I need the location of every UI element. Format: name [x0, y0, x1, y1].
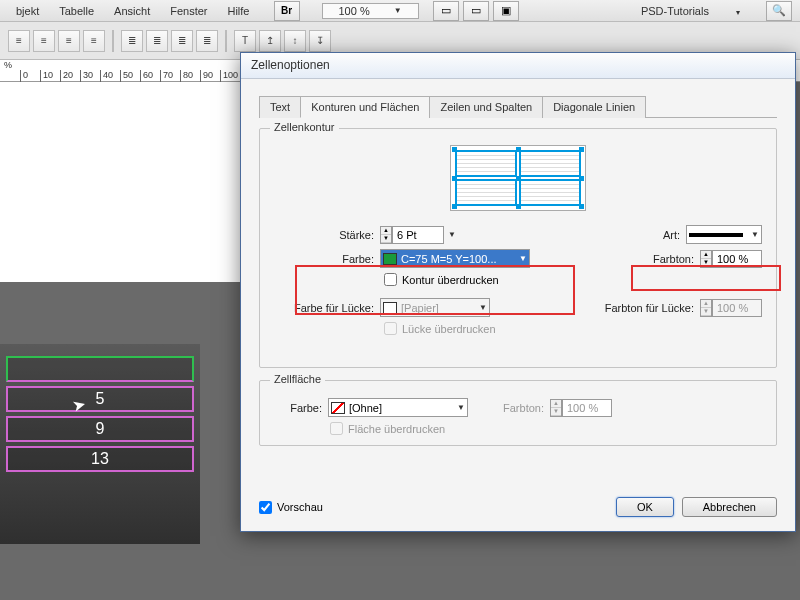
view-mode-2-icon[interactable]: ▭ [463, 1, 489, 21]
flaeche-ueberdrucken-label: Fläche überdrucken [348, 423, 445, 435]
ruler-unit: % [4, 60, 12, 70]
align-left-icon[interactable]: ≡ [8, 30, 30, 52]
cell-options-dialog: Zellenoptionen Text Konturen und Flächen… [240, 52, 796, 532]
luecke-ueberdrucken-label: Lücke überdrucken [402, 323, 496, 335]
stroke-preview[interactable] [450, 145, 586, 211]
tab-diagonale[interactable]: Diagonale Linien [542, 96, 646, 118]
workspace-label[interactable]: PSD-Tutorials ▾ [625, 5, 756, 17]
align-right-icon[interactable]: ≡ [58, 30, 80, 52]
farbe-dropdown[interactable]: C=75 M=5 Y=100... ▼ [380, 249, 530, 268]
cancel-button[interactable]: Abbrechen [682, 497, 777, 517]
menu-ansicht[interactable]: Ansicht [104, 5, 160, 17]
luecke-farbton-field: 100 % [712, 299, 762, 317]
stroke-style-icon [689, 233, 743, 237]
farbe-value: C=75 M=5 Y=100... [401, 253, 497, 265]
tab-konturen[interactable]: Konturen und Flächen [300, 96, 430, 118]
table-row[interactable]: 13 [6, 446, 194, 472]
ok-button[interactable]: OK [616, 497, 674, 517]
justify-right-icon[interactable]: ≣ [171, 30, 193, 52]
table-preview-block: 5 9 13 ➤ [0, 344, 200, 544]
luecke-farbe-value: [Papier] [401, 302, 439, 314]
tab-zeilen[interactable]: Zeilen und Spalten [429, 96, 543, 118]
table-row[interactable]: 9 [6, 416, 194, 442]
vorschau-checkbox[interactable] [259, 501, 272, 514]
flaeche-farbe-dropdown[interactable]: [Ohne] ▼ [328, 398, 468, 417]
text-rotate-icon[interactable]: T [234, 30, 256, 52]
align-center-icon[interactable]: ≡ [33, 30, 55, 52]
farbton-field[interactable]: 100 % [712, 250, 762, 268]
flaeche-farbe-value: [Ohne] [349, 402, 382, 414]
table-row[interactable]: 5 [6, 386, 194, 412]
bridge-icon[interactable]: Br [274, 1, 300, 21]
chevron-down-icon[interactable]: ▼ [448, 230, 456, 239]
color-swatch-icon [383, 253, 397, 265]
search-icon[interactable]: 🔍 [766, 1, 792, 21]
vorschau-label: Vorschau [277, 501, 323, 513]
chevron-down-icon: ▼ [384, 6, 412, 15]
dialog-tabs: Text Konturen und Flächen Zeilen und Spa… [259, 95, 777, 118]
view-mode-1-icon[interactable]: ▭ [433, 1, 459, 21]
flaeche-farbe-label: Farbe: [274, 402, 322, 414]
chevron-down-icon: ▼ [751, 230, 759, 239]
art-label: Art: [640, 229, 680, 241]
kontur-ueberdrucken-checkbox[interactable] [384, 273, 397, 286]
flaeche-farbton-spinner: ▲▼ [550, 399, 562, 417]
staerke-label: Stärke: [274, 229, 374, 241]
luecke-farbe-label: Farbe für Lücke: [274, 302, 374, 314]
vert-top-icon[interactable]: ↥ [259, 30, 281, 52]
page-white [0, 82, 250, 282]
luecke-farbton-label: Farbton für Lücke: [590, 302, 694, 314]
view-mode-3-icon[interactable]: ▣ [493, 1, 519, 21]
tab-text[interactable]: Text [259, 96, 301, 118]
dialog-title: Zellenoptionen [241, 53, 795, 79]
align-justify-icon[interactable]: ≡ [83, 30, 105, 52]
vert-mid-icon[interactable]: ↕ [284, 30, 306, 52]
zoom-field[interactable]: 100 %▼ [322, 3, 419, 19]
group-zellenkontur: Zellenkontur Stärke: ▲▼ 6 Pt ▼ Art: ▼ [259, 128, 777, 368]
chevron-down-icon: ▼ [519, 254, 527, 263]
menu-fenster[interactable]: Fenster [160, 5, 217, 17]
justify-left-icon[interactable]: ≣ [121, 30, 143, 52]
chevron-down-icon: ▼ [479, 303, 487, 312]
kontur-ueberdrucken-label: Kontur überdrucken [402, 274, 499, 286]
farbton-spinner[interactable]: ▲▼ [700, 250, 712, 268]
table-row[interactable] [6, 356, 194, 382]
menu-hilfe[interactable]: Hilfe [217, 5, 259, 17]
group-label: Zellenkontur [270, 121, 339, 133]
staerke-field[interactable]: 6 Pt [392, 226, 444, 244]
farbe-label: Farbe: [274, 253, 374, 265]
staerke-spinner[interactable]: ▲▼ [380, 226, 392, 244]
farbton-label: Farbton: [634, 253, 694, 265]
menu-bar: bjekt Tabelle Ansicht Fenster Hilfe Br 1… [0, 0, 800, 22]
group-zellflaeche: Zellfläche Farbe: [Ohne] ▼ Farbton: ▲▼ 1… [259, 380, 777, 446]
flaeche-ueberdrucken-checkbox [330, 422, 343, 435]
luecke-farbton-spinner: ▲▼ [700, 299, 712, 317]
justify-center-icon[interactable]: ≣ [146, 30, 168, 52]
justify-full-icon[interactable]: ≣ [196, 30, 218, 52]
none-swatch-icon [331, 402, 345, 414]
group-label: Zellfläche [270, 373, 325, 385]
art-dropdown[interactable]: ▼ [686, 225, 762, 244]
flaeche-farbton-field: 100 % [562, 399, 612, 417]
zoom-value: 100 % [329, 5, 380, 17]
menu-objekt[interactable]: bjekt [6, 5, 49, 17]
luecke-farbe-dropdown: [Papier] ▼ [380, 298, 490, 317]
chevron-down-icon: ▼ [457, 403, 465, 412]
menu-tabelle[interactable]: Tabelle [49, 5, 104, 17]
vert-bot-icon[interactable]: ↧ [309, 30, 331, 52]
color-swatch-icon [383, 302, 397, 314]
luecke-ueberdrucken-checkbox [384, 322, 397, 335]
flaeche-farbton-label: Farbton: [488, 402, 544, 414]
